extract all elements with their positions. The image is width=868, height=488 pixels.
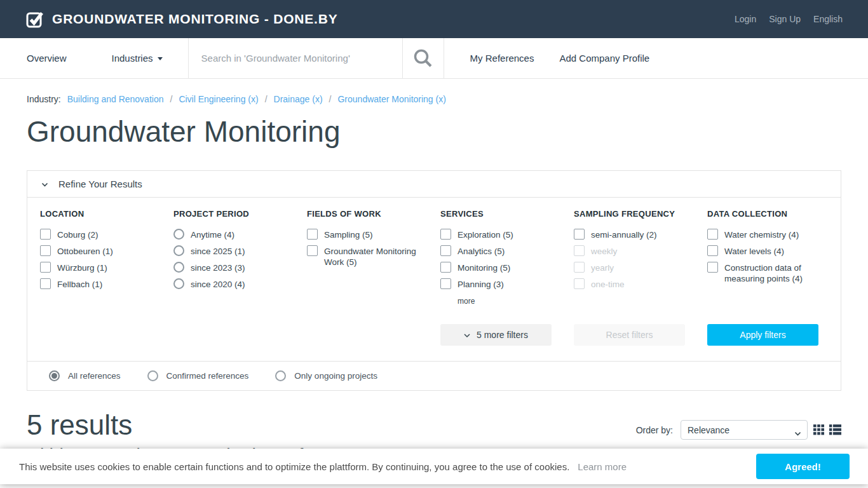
filter-option-label: semi-annually (2) [591, 229, 657, 240]
radio-icon [173, 262, 184, 273]
filter-buttons-spacer [40, 306, 428, 346]
filter-option-label: yearly [591, 262, 614, 273]
checkbox-icon [307, 229, 318, 240]
nav-overview-link[interactable]: Overview [27, 38, 67, 78]
signup-link[interactable]: Sign Up [769, 14, 801, 24]
checkbox-icon [574, 278, 585, 289]
checkbox-icon [440, 262, 451, 273]
breadcrumb-item-groundwater-monitoring[interactable]: Groundwater Monitoring (x) [337, 94, 445, 104]
nav-industries-dropdown[interactable]: Industries [112, 38, 163, 78]
filter-option-semi-annually[interactable]: semi-annually (2) [574, 229, 695, 240]
page-title: Groundwater Monitoring [27, 114, 841, 149]
cookie-agree-button[interactable]: Agreed! [756, 454, 850, 479]
login-link[interactable]: Login [735, 14, 756, 24]
checkbox-logo-icon [25, 10, 44, 29]
checkbox-icon [707, 229, 718, 240]
checkbox-icon [707, 245, 718, 256]
breadcrumb-separator: / [329, 94, 332, 104]
filter-option-weekly-disabled: weekly [574, 245, 695, 257]
order-by-label: Order by: [636, 425, 673, 435]
breadcrumb-item-civil-engineering[interactable]: Civil Engineering (x) [179, 94, 258, 104]
filter-option-coburg[interactable]: Coburg (2) [40, 229, 161, 240]
chevron-down-icon [41, 179, 48, 189]
scope-only-ongoing-projects[interactable]: Only ongoing projects [275, 370, 377, 381]
more-filters-button[interactable]: 5 more filters [440, 324, 552, 346]
filter-option-sampling[interactable]: Sampling (5) [307, 229, 428, 240]
radio-icon [147, 370, 158, 381]
topbar-links: Login Sign Up English [735, 14, 843, 24]
search-button[interactable] [402, 38, 444, 78]
radio-icon [173, 229, 184, 240]
filter-option-label: Fellbach (1) [57, 278, 102, 290]
radio-icon [49, 370, 60, 381]
order-by-select[interactable]: Relevance [681, 420, 808, 440]
filter-heading-services: SERVICES [440, 209, 561, 219]
filter-option-since-2020[interactable]: since 2020 (4) [173, 278, 294, 290]
filter-option-water-chemistry[interactable]: Water chemistry (4) [707, 229, 828, 240]
filter-option-fellbach[interactable]: Fellbach (1) [40, 278, 161, 290]
scope-option-label: Confirmed references [166, 371, 249, 381]
filter-column-data-collection: DATA COLLECTION Water chemistry (4) Wate… [707, 209, 828, 306]
scope-all-references[interactable]: All references [49, 370, 121, 381]
reference-scope-row: All references Confirmed references Only… [27, 361, 841, 390]
language-link[interactable]: English [813, 14, 843, 24]
reset-filters-label: Reset filters [606, 330, 653, 340]
checkbox-icon [40, 229, 51, 240]
filter-option-label: since 2023 (3) [191, 262, 245, 273]
grid-view-icon[interactable] [813, 424, 825, 435]
checkbox-icon [440, 229, 451, 240]
filter-option-label: Monitoring (5) [458, 262, 510, 273]
filter-heading-location: LOCATION [40, 209, 161, 219]
checkbox-icon [574, 229, 585, 240]
filter-option-since-2023[interactable]: since 2023 (3) [173, 262, 294, 273]
filter-columns: LOCATION Coburg (2) Ottobeuren (1) Würzb… [27, 198, 841, 361]
breadcrumb-item-drainage[interactable]: Drainage (x) [274, 94, 323, 104]
filter-heading-sampling-frequency: SAMPLING FREQUENCY [574, 209, 695, 219]
reset-filters-button[interactable]: Reset filters [574, 324, 685, 346]
breadcrumb-separator: / [265, 94, 268, 104]
radio-icon [173, 278, 184, 289]
filter-option-exploration[interactable]: Exploration (5) [440, 229, 561, 240]
filter-option-label: weekly [591, 245, 617, 257]
filter-option-analytics[interactable]: Analytics (5) [440, 245, 561, 257]
nav-right-links: My References Add Company Profile [444, 38, 650, 78]
services-more-link[interactable]: more [458, 297, 475, 306]
filter-option-planning[interactable]: Planning (3) [440, 278, 561, 290]
view-toggle-icons [813, 424, 841, 435]
filter-option-label: Exploration (5) [458, 229, 513, 240]
filter-option-construction-data[interactable]: Construction data of measuring points (4… [707, 262, 828, 284]
breadcrumb-item-building-and-renovation[interactable]: Building and Renovation [67, 94, 164, 104]
scope-confirmed-references[interactable]: Confirmed references [147, 370, 249, 381]
brand-logo-link[interactable]: GROUNDWATER MONITORING - DONE.BY [25, 10, 338, 29]
refine-results-toggle[interactable]: Refine Your Results [27, 171, 841, 198]
checkbox-icon [40, 278, 51, 289]
cookie-learn-more-link[interactable]: Learn more [578, 461, 627, 472]
filter-option-label: Analytics (5) [458, 245, 505, 257]
nav-my-references-link[interactable]: My References [470, 38, 534, 78]
apply-filters-button[interactable]: Apply filters [707, 324, 818, 346]
filter-option-anytime[interactable]: Anytime (4) [173, 229, 294, 240]
filter-option-label: Water levels (4) [724, 245, 784, 257]
checkbox-icon [40, 245, 51, 256]
search-input[interactable] [201, 53, 402, 64]
nav-add-company-profile-link[interactable]: Add Company Profile [559, 38, 649, 78]
filter-column-project-period: PROJECT PERIOD Anytime (4) since 2025 (1… [173, 209, 294, 306]
more-filters-label: 5 more filters [477, 330, 528, 340]
list-view-icon[interactable] [829, 424, 841, 435]
filter-heading-fields-of-work: FIELDS OF WORK [307, 209, 428, 219]
filter-option-monitoring[interactable]: Monitoring (5) [440, 262, 561, 273]
brand-title: GROUNDWATER MONITORING - DONE.BY [52, 11, 338, 27]
filter-option-since-2025[interactable]: since 2025 (1) [173, 245, 294, 257]
filter-option-label: Construction data of measuring points (4… [724, 262, 828, 284]
filter-option-label: Ottobeuren (1) [57, 245, 113, 257]
checkbox-icon [707, 262, 718, 273]
filter-option-wuerzburg[interactable]: Würzburg (1) [40, 262, 161, 273]
apply-filters-label: Apply filters [740, 330, 785, 340]
breadcrumb: Industry: Building and Renovation / Civi… [27, 94, 841, 104]
cookie-message: This website uses cookies to enable cert… [19, 461, 569, 472]
filter-option-ottobeuren[interactable]: Ottobeuren (1) [40, 245, 161, 257]
filter-option-groundwater-monitoring-work[interactable]: Groundwater Monitoring Work (5) [307, 245, 428, 268]
filter-option-label: since 2020 (4) [191, 278, 245, 290]
main-nav: Overview Industries My References Add Co… [0, 38, 868, 79]
filter-option-water-levels[interactable]: Water levels (4) [707, 245, 828, 257]
